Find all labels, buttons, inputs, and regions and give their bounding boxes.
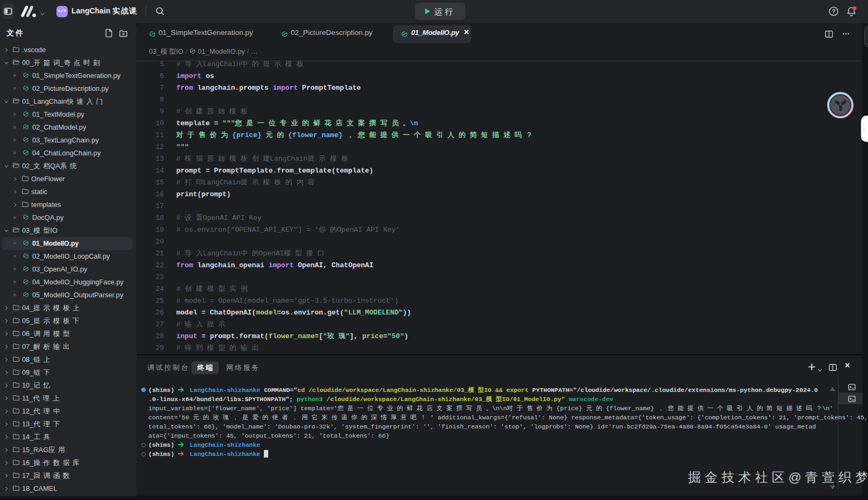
svg-text:?: ? [832,8,836,15]
